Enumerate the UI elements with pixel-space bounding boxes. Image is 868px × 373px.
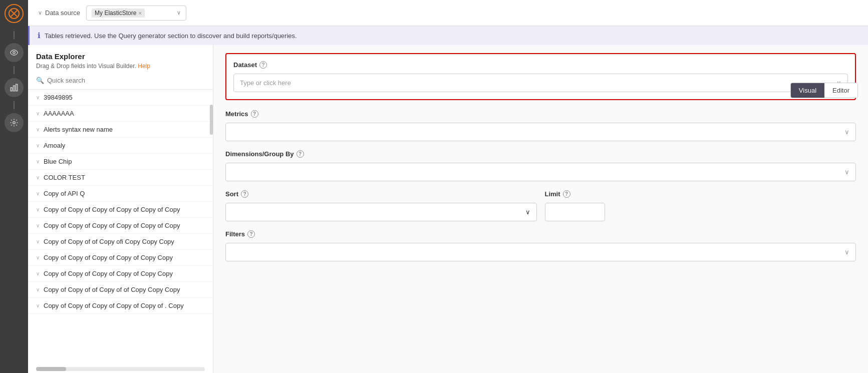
svg-rect-5: [14, 86, 15, 91]
logo-button[interactable]: [5, 4, 24, 23]
metrics-dropdown[interactable]: ∨: [225, 123, 856, 141]
filters-dropdown[interactable]: ∨: [225, 243, 856, 261]
dataset-dropdown[interactable]: Type or click here ∨: [233, 74, 848, 92]
svg-point-7: [13, 122, 16, 124]
list-item-chevron: ∨: [36, 159, 40, 164]
visual-toggle-button[interactable]: Visual: [791, 83, 824, 98]
list-item-label: Alerts syntax new name: [44, 126, 205, 133]
sidebar-divider-3: [14, 101, 15, 109]
dimensions-chevron-icon: ∨: [844, 168, 849, 176]
metrics-label: Metrics ?: [225, 110, 856, 118]
list-item[interactable]: ∨ Copy of Copy of Copy of Copy of Copy o…: [28, 218, 213, 234]
dimensions-label-text: Dimensions/Group By: [225, 150, 294, 158]
drag-drop-hint: Drag & Drop fields into Visual Builder. …: [36, 63, 205, 70]
list-item[interactable]: ∨ Copy of Copy of of Copy of of Copy Cop…: [28, 282, 213, 298]
datasource-collapse-icon[interactable]: ∨: [38, 10, 42, 16]
sort-dropdown[interactable]: ∨: [225, 203, 537, 221]
list-item[interactable]: ∨ 39849895: [28, 90, 213, 106]
list-item-label: Amoaly: [44, 142, 205, 149]
list-item-label: Copy of Copy of Copy of Copy of Copy Cop…: [44, 254, 205, 261]
list-item[interactable]: ∨ COLOR TEST: [28, 170, 213, 186]
list-item[interactable]: ∨ Amoaly: [28, 138, 213, 154]
app-container: ∨ Data source My ElasticStore × ∨ ℹ Tabl…: [0, 0, 868, 373]
list-item-label: Copy of Copy of Copy of Copy of Copy of …: [44, 206, 205, 213]
dataset-label-text: Dataset: [233, 61, 257, 69]
list-item[interactable]: ∨ Copy of Copy of Copy of Copy of Copy C…: [28, 250, 213, 266]
datasource-tag: My ElasticStore ×: [92, 9, 145, 18]
gear-icon-button[interactable]: [5, 113, 24, 132]
list-item-label: Copy of API Q: [44, 190, 205, 197]
list-item-chevron: ∨: [36, 191, 40, 196]
dataset-help-icon[interactable]: ?: [259, 61, 267, 69]
help-link[interactable]: Help: [138, 63, 150, 70]
dimensions-label: Dimensions/Group By ?: [225, 150, 856, 158]
data-explorer-title: Data Explorer: [36, 52, 205, 61]
search-icon: 🔍: [36, 77, 44, 84]
scrollbar-thumb[interactable]: [210, 105, 213, 135]
horizontal-scroll[interactable]: [36, 367, 205, 371]
list-item[interactable]: ∨ Copy of Copy of of Copy ofi Copy Copy …: [28, 234, 213, 250]
datasource-tag-label: My ElasticStore: [95, 10, 136, 17]
data-explorer-header: Data Explorer Drag & Drop fields into Vi…: [28, 45, 213, 74]
main-content: ∨ Data source My ElasticStore × ∨ ℹ Tabl…: [28, 0, 868, 373]
sort-section: Sort ? ∨: [225, 190, 537, 221]
datasource-chevron-icon: ∨: [177, 10, 181, 16]
sidebar-divider-2: [14, 66, 15, 74]
list-item-label: Copy of Copy of of Copy ofi Copy Copy Co…: [44, 238, 205, 245]
metrics-chevron-icon: ∨: [844, 128, 849, 136]
limit-input[interactable]: 10000: [545, 203, 605, 221]
filters-label: Filters ?: [225, 230, 856, 238]
list-item-chevron: ∨: [36, 143, 40, 148]
list-item-chevron: ∨: [36, 175, 40, 180]
sort-help-icon[interactable]: ?: [241, 190, 248, 198]
metrics-help-icon[interactable]: ?: [251, 110, 258, 118]
horizontal-thumb[interactable]: [36, 367, 66, 371]
dimensions-section: Dimensions/Group By ? ∨: [225, 150, 856, 181]
filters-help-icon[interactable]: ?: [247, 230, 255, 238]
data-source-label: ∨ Data source: [38, 9, 80, 17]
info-banner: ℹ Tables retrieved. Use the Query genera…: [28, 26, 868, 45]
list-item[interactable]: ∨ Alerts syntax new name: [28, 122, 213, 138]
list-item-label: Copy of Copy of Copy of Copy of Copy of …: [44, 302, 205, 309]
dataset-placeholder: Type or click here: [240, 79, 291, 87]
list-item-chevron: ∨: [36, 255, 40, 260]
list-item-label: Copy of Copy of of Copy of of Copy Copy …: [44, 286, 205, 293]
content-area: Data Explorer Drag & Drop fields into Vi…: [28, 45, 868, 373]
list-item-label: AAAAAAA: [44, 110, 205, 117]
list-item-chevron: ∨: [36, 207, 40, 212]
query-builder-panel: Dataset ? Type or click here ∨ Metrics ?: [213, 45, 868, 373]
dimensions-help-icon[interactable]: ?: [297, 150, 304, 158]
list-item-label: COLOR TEST: [44, 174, 205, 181]
list-item-chevron: ∨: [36, 95, 40, 100]
svg-rect-6: [16, 84, 18, 91]
list-item[interactable]: ∨ Copy of Copy of Copy of Copy of Copy o…: [28, 298, 213, 314]
list-item-chevron: ∨: [36, 303, 40, 308]
list-item[interactable]: ∨ Copy of API Q: [28, 186, 213, 202]
datasource-select[interactable]: My ElasticStore × ∨: [86, 6, 186, 21]
chart-icon-button[interactable]: [5, 78, 24, 97]
top-bar: ∨ Data source My ElasticStore × ∨: [28, 0, 868, 26]
editor-toggle-button[interactable]: Editor: [824, 83, 857, 98]
limit-help-icon[interactable]: ?: [563, 190, 570, 198]
datasource-tag-close[interactable]: ×: [138, 10, 141, 16]
data-explorer-panel: Data Explorer Drag & Drop fields into Vi…: [28, 45, 213, 373]
eye-icon-button[interactable]: [5, 43, 24, 62]
list-item[interactable]: ∨ Blue Chip: [28, 154, 213, 170]
view-toggle: Visual Editor: [790, 83, 858, 98]
list-item-label: 39849895: [44, 94, 205, 101]
quick-search-input[interactable]: [47, 77, 205, 84]
list-item-chevron: ∨: [36, 239, 40, 244]
sidebar-divider-1: [14, 31, 15, 39]
svg-rect-4: [11, 88, 12, 91]
list-item-chevron: ∨: [36, 223, 40, 228]
info-icon: ℹ: [38, 31, 41, 40]
list-item[interactable]: ∨ AAAAAAA: [28, 106, 213, 122]
list-item-label: Copy of Copy of Copy of Copy of Copy of …: [44, 222, 205, 229]
info-banner-text: Tables retrieved. Use the Query generato…: [45, 32, 297, 40]
metrics-label-text: Metrics: [225, 110, 248, 118]
list-item[interactable]: ∨ Copy of Copy of Copy of Copy of Copy C…: [28, 266, 213, 282]
dimensions-dropdown[interactable]: ∨: [225, 163, 856, 181]
filters-section: Filters ? ∨: [225, 230, 856, 261]
list-item[interactable]: ∨ Copy of Copy of Copy of Copy of Copy o…: [28, 202, 213, 218]
list-item-chevron: ∨: [36, 127, 40, 132]
